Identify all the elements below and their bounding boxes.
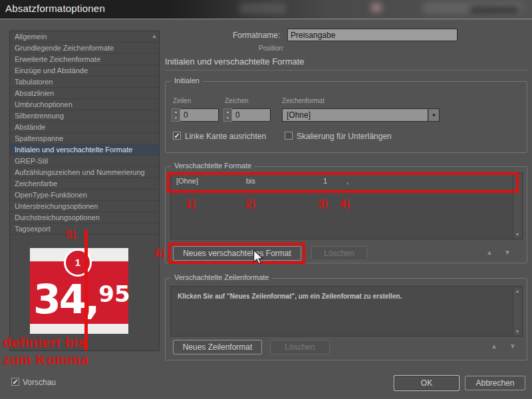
annotation-rect-row: [167, 172, 519, 193]
sidebar-item-durchstreichungsoptionen[interactable]: Durchstreichungsoptionen: [10, 212, 159, 223]
price-bottom-strip: [30, 324, 128, 334]
absatzformatoptionen-dialog: Absatzformatoptionen Allgemein Grundlege…: [0, 0, 532, 399]
drop-caps-legend: Initialen: [171, 76, 203, 84]
sidebar-item-umbruchoptionen[interactable]: Umbruchoptionen: [10, 99, 159, 110]
dialog-titlebar[interactable]: Absatzformatoptionen: [0, 0, 532, 19]
page-title: Initialen und verschachtelte Formate: [165, 57, 305, 66]
sidebar-item-tabulatoren[interactable]: Tabulatoren: [10, 76, 159, 88]
sidebar-item-grundlegende-zeichenformate[interactable]: Grundlegende Zeichenformate: [10, 43, 159, 54]
position-label: Position:: [259, 45, 284, 52]
annotation-rect-button: [168, 243, 305, 264]
lines-value[interactable]: 0: [180, 108, 219, 122]
annotation-marker-3: 3): [318, 198, 328, 211]
sidebar-item-aufzaehlungszeichen[interactable]: Aufzählungszeichen und Nummerierung: [10, 167, 159, 178]
scroll-up-icon[interactable]: ▲: [152, 33, 157, 39]
blurred-background: [469, 7, 519, 13]
sidebar-item-grep-stil[interactable]: GREP-Stil: [10, 156, 159, 167]
chevron-down-icon[interactable]: ▼: [428, 108, 440, 122]
delete-nested-format-button[interactable]: Löschen: [311, 246, 367, 261]
sidebar-item-opentype-funktionen[interactable]: OpenType-Funktionen: [10, 190, 159, 201]
sidebar-item-spaltenspanne[interactable]: Spaltenspanne: [10, 133, 159, 144]
blurred-background: [239, 3, 286, 14]
dialog-title: Absatzformatoptionen: [5, 3, 105, 14]
descender-scale-checkbox[interactable]: [285, 132, 293, 140]
sidebar-item-absatzlinien[interactable]: Absatzlinien: [10, 88, 159, 99]
sidebar-item-zeichenfarbe[interactable]: Zeichenfarbe: [10, 178, 159, 190]
nested-line-styles-legend: Verschachtelte Zeilenformate: [171, 273, 272, 281]
mouse-cursor-icon: [253, 250, 265, 265]
format-name-input[interactable]: [287, 29, 458, 41]
price-badge-number: 1: [75, 257, 80, 268]
sidebar-item-abstaende[interactable]: Abstände: [10, 122, 159, 133]
annotation-marker-6: 6): [155, 247, 165, 260]
new-line-format-button[interactable]: Neues Zeilenformat: [173, 340, 262, 354]
align-left-edge-label: Linke Kante ausrichten: [185, 132, 266, 141]
lines-stepper[interactable]: ▲▼ 0: [172, 108, 219, 122]
price-main: 34,: [33, 275, 98, 323]
scrollbar[interactable]: ▲ ▼: [513, 287, 521, 335]
nested-line-styles-list[interactable]: Klicken Sie auf "Neues Zeilenformat", um…: [170, 286, 523, 336]
chars-label: Zeichen: [225, 97, 249, 104]
sidebar-item-unterstreichungsoptionen[interactable]: Unterstreichungsoptionen: [10, 201, 159, 212]
blurred-background: [371, 3, 382, 12]
descender-scale-label: Skalierung für Unterlängen: [297, 132, 392, 141]
char-style-value[interactable]: [Ohne]: [282, 108, 428, 122]
nested-styles-legend: Verschachtelte Formate: [171, 162, 255, 170]
preview-checkbox[interactable]: ✓: [11, 378, 19, 386]
chars-stepper[interactable]: ▲▼ 0: [223, 108, 271, 122]
stepper-arrows-icon[interactable]: ▲▼: [172, 108, 180, 122]
align-left-edge-checkbox[interactable]: ✓: [173, 132, 181, 140]
sidebar-item-einzuege-und-abstaende[interactable]: Einzüge und Abstände: [10, 65, 159, 76]
annotation-note-line2: zum Komma: [3, 352, 88, 368]
sidebar-item-silbentrennung[interactable]: Silbentrennung: [10, 110, 159, 122]
stepper-arrows-icon[interactable]: ▲▼: [223, 108, 232, 122]
char-style-label: Zeichenformat: [282, 97, 325, 104]
sidebar-item-allgemein[interactable]: Allgemein: [10, 31, 159, 43]
ok-button[interactable]: OK: [394, 376, 459, 390]
cancel-button[interactable]: Abbrechen: [465, 376, 525, 390]
annotation-marker-4: 4): [340, 198, 350, 211]
chars-value[interactable]: 0: [232, 108, 271, 122]
nested-line-styles-placeholder: Klicken Sie auf "Neues Zeilenformat", um…: [178, 293, 402, 300]
char-style-dropdown[interactable]: [Ohne] ▼: [282, 108, 440, 122]
sidebar-item-erweiterte-zeichenformate[interactable]: Erweiterte Zeichenformate: [10, 54, 159, 65]
annotation-marker-5: 5): [66, 228, 76, 241]
price-decimals: 95: [98, 281, 130, 307]
sidebar-item-initialen-und-verschachtelte-formate[interactable]: Initialen und verschachtelte Formate: [10, 144, 159, 156]
format-name-label: Formatname:: [233, 31, 280, 40]
price-text: 34, 95: [33, 275, 130, 323]
move-up-icon[interactable]: ▲: [491, 342, 497, 350]
scroll-down-icon[interactable]: ▼: [513, 329, 521, 334]
scroll-up-icon[interactable]: ▲: [513, 289, 521, 293]
annotation-marker-2: 2): [245, 198, 255, 211]
divider: [165, 70, 527, 70]
scroll-down-icon[interactable]: ▼: [513, 232, 521, 237]
move-down-icon[interactable]: ▼: [509, 342, 516, 350]
annotation-note-line1: definiert bis: [3, 334, 86, 350]
delete-line-format-button[interactable]: Löschen: [270, 340, 330, 354]
annotation-marker-1: 1): [186, 198, 196, 211]
move-down-icon[interactable]: ▼: [504, 249, 511, 256]
preview-checkbox-label: Vorschau: [23, 378, 56, 387]
move-up-icon[interactable]: ▲: [486, 249, 493, 256]
annotation-vertical-line: [84, 229, 88, 350]
lines-label: Zeilen: [173, 97, 191, 104]
